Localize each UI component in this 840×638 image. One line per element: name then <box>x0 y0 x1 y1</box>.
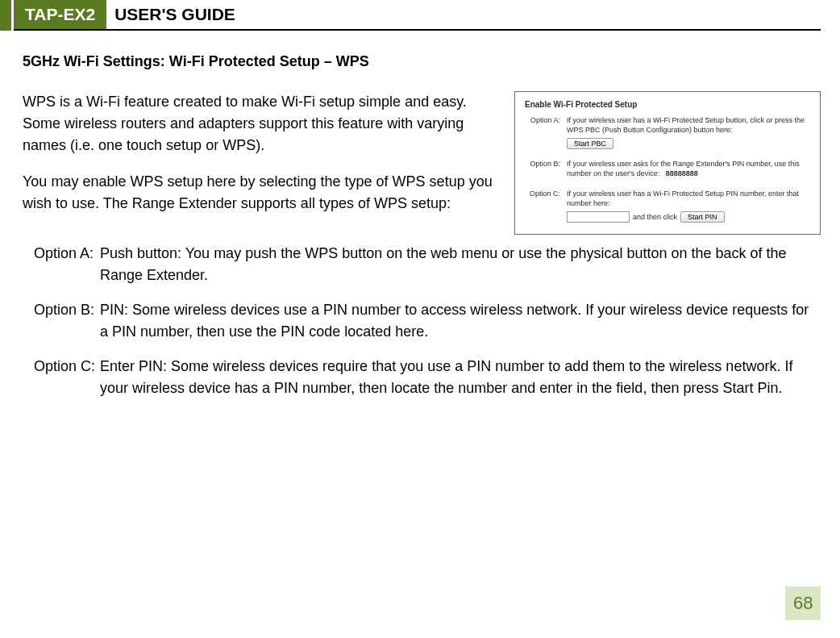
panel-option-a-text: If your wireless user has a Wi-Fi Protec… <box>567 115 810 135</box>
panel-pin-value: 88888888 <box>662 169 698 177</box>
option-c-text: Enter PIN: Some wireless devices require… <box>100 356 821 399</box>
panel-option-b-label: Option B: <box>525 159 567 178</box>
panel-title: Enable Wi-Fi Protected Setup <box>525 100 810 109</box>
start-pin-button[interactable]: Start PIN <box>680 211 725 223</box>
option-a-label: Option A: <box>34 243 100 286</box>
section-title: 5GHz Wi-Fi Settings: Wi-Fi Protected Set… <box>23 53 821 70</box>
option-c-label: Option C: <box>34 356 100 399</box>
option-a-text: Push button: You may push the WPS button… <box>100 243 821 286</box>
page-number: 68 <box>785 586 821 620</box>
wps-settings-panel: Enable Wi-Fi Protected Setup Option A: I… <box>514 91 821 235</box>
intro-paragraph-1: WPS is a Wi-Fi feature created to make W… <box>23 91 501 156</box>
start-pbc-button[interactable]: Start PBC <box>567 138 613 149</box>
intro-paragraph-2: You may enable WPS setup here by selecti… <box>23 171 501 215</box>
panel-option-a-label: Option A: <box>525 115 567 149</box>
option-b-label: Option B: <box>34 299 100 343</box>
header-stripe <box>0 0 11 31</box>
panel-option-c-text: If your wireless user has a Wi-Fi Protec… <box>567 189 810 208</box>
doc-title: USER'S GUIDE <box>114 5 235 24</box>
then-click-text: and then click <box>633 212 677 222</box>
product-badge: TAP-EX2 <box>14 0 106 29</box>
option-b-text: PIN: Some wireless devices use a PIN num… <box>100 299 821 343</box>
panel-option-c-label: Option C: <box>525 189 567 223</box>
pin-input[interactable] <box>567 211 630 223</box>
